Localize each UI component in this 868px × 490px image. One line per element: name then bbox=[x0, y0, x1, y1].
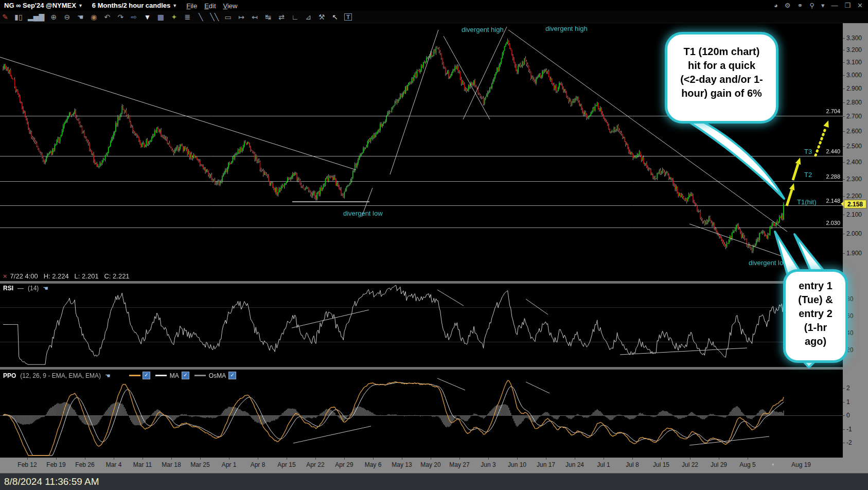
ohlc-text: 7/22 4:00 H: 2.224 L: 2.201 C: 2.221 bbox=[10, 272, 130, 280]
menu-edit[interactable]: Edit bbox=[204, 2, 216, 10]
pointer-tool-icon[interactable]: ↖ bbox=[331, 11, 339, 23]
redo-icon[interactable]: ↷ bbox=[116, 11, 125, 23]
price-axis-tick: 2.700 bbox=[846, 113, 862, 120]
legend-checkbox[interactable]: ✓ bbox=[182, 372, 189, 379]
callout-line: entry 1 bbox=[786, 279, 845, 293]
trading-app-window: NG ∞ Sep'24 @NYMEX ▼ 6 Months/2 hour can… bbox=[0, 0, 868, 490]
trendline-tool-icon[interactable]: ╲ bbox=[197, 11, 205, 23]
paint-tool-icon[interactable]: ✦ bbox=[170, 11, 178, 23]
target-t1-label: T1(hit) bbox=[797, 198, 817, 206]
price-axis-tick: 2.100 bbox=[846, 211, 862, 218]
minimize-icon[interactable]: — bbox=[831, 2, 838, 9]
callout-line: T1 (120m chart) bbox=[667, 45, 776, 59]
text-tool-icon[interactable]: T bbox=[344, 13, 352, 21]
link-icon[interactable]: ⚭ bbox=[797, 2, 803, 9]
pin-icon[interactable]: ⚲ bbox=[809, 2, 814, 9]
price-axis-tick: 2.500 bbox=[846, 143, 862, 150]
price-level-label: 2.030 bbox=[826, 220, 840, 226]
ppo-axis-tick: -1 bbox=[846, 426, 852, 433]
pane-splitter[interactable] bbox=[0, 367, 843, 370]
close-icon[interactable]: × bbox=[3, 272, 7, 280]
rsi-line-sample: — bbox=[17, 285, 24, 292]
candlestick-style-icon[interactable]: ▮▯ bbox=[14, 11, 23, 23]
triangle-down-icon[interactable]: ▼ bbox=[143, 11, 151, 23]
tools-wrench-icon[interactable]: ⚒ bbox=[317, 11, 326, 23]
ppo-axis-tick: 0 bbox=[846, 412, 850, 419]
menu-bar: NG ∞ Sep'24 @NYMEX ▼ 6 Months/2 hour can… bbox=[0, 0, 868, 11]
time-axis-tick-mark bbox=[229, 458, 229, 460]
chat-history-icon[interactable]: ◕ bbox=[774, 2, 778, 9]
pin-caret-icon[interactable]: ▾ bbox=[821, 2, 825, 9]
pencil-tool-icon[interactable]: ✎ bbox=[1, 11, 9, 23]
axis-tick-mark bbox=[843, 429, 845, 430]
volume-bars-icon[interactable]: ▂▅▇ bbox=[28, 11, 44, 23]
ppo-indicator-canvas[interactable] bbox=[0, 370, 843, 458]
settings-gear-icon[interactable]: ⚙ bbox=[785, 2, 791, 9]
time-axis-tick-mark bbox=[546, 458, 546, 460]
price-axis-tick: 2.200 bbox=[846, 192, 862, 200]
callout-line: hit for a quick bbox=[667, 59, 776, 73]
shift-bars-right-icon[interactable]: ↦ bbox=[237, 11, 245, 23]
time-axis-label-future: Aug 19 bbox=[783, 461, 819, 468]
legend-checkbox[interactable]: ✓ bbox=[143, 372, 150, 379]
time-axis-tick-mark bbox=[488, 458, 489, 460]
legend-line-sample bbox=[155, 375, 167, 376]
time-axis-tick-mark bbox=[287, 458, 287, 460]
maximize-icon[interactable]: ❒ bbox=[844, 2, 851, 9]
status-bar: 8/8/2024 11:36:59 AM bbox=[0, 473, 868, 490]
ppo-pane-header: PPO (12, 26, 9 - EMA, EMA, EMA) ☚ ✓MA✓Os… bbox=[3, 372, 241, 379]
expand-bars-icon[interactable]: ↹ bbox=[264, 11, 272, 23]
crosshair-target-icon[interactable]: ◉ bbox=[90, 11, 98, 23]
timeframe-selector[interactable]: 6 Months/2 hour candles ▼ bbox=[92, 2, 177, 9]
instrument-label: NG ∞ Sep'24 @NYMEX bbox=[4, 2, 76, 9]
axis-tick-mark bbox=[843, 89, 845, 89]
pan-hand-icon[interactable]: ☚ bbox=[76, 11, 84, 23]
time-axis-tick-mark bbox=[517, 458, 518, 460]
time-axis[interactable]: Feb 12Feb 19Feb 26Mar 4Mar 11Mar 18Mar 2… bbox=[0, 458, 868, 473]
axis-tick-mark bbox=[843, 146, 845, 147]
parallel-lines-tool-icon[interactable]: ╲╲ bbox=[210, 11, 219, 23]
indicator-list-icon[interactable]: ≣ bbox=[183, 11, 191, 23]
price-axis[interactable]: 3.3003.2003.1003.0002.9002.8002.7002.600… bbox=[843, 23, 868, 458]
compress-bars-icon[interactable]: ⇄ bbox=[277, 11, 286, 23]
pane-splitter[interactable] bbox=[0, 281, 843, 284]
time-axis-tick-mark bbox=[604, 458, 604, 460]
legend-line-sample bbox=[194, 375, 206, 376]
ppo-params: (12, 26, 9 - EMA, EMA, EMA) bbox=[20, 372, 101, 379]
zoom-out-icon[interactable]: ⊖ bbox=[63, 11, 71, 23]
ppo-label: PPO bbox=[3, 372, 16, 379]
divergent-high-label-1: divergent high bbox=[462, 26, 504, 33]
time-axis-tick-mark bbox=[632, 458, 633, 460]
menu-file[interactable]: File bbox=[186, 2, 197, 10]
time-axis-tick-mark bbox=[85, 458, 85, 460]
menu-view[interactable]: View bbox=[223, 2, 238, 10]
menu-items: FileEditView bbox=[186, 1, 244, 10]
rsi-indicator-canvas[interactable] bbox=[0, 284, 843, 367]
time-axis-label: Aug 5 bbox=[730, 461, 766, 468]
chart-template-icon[interactable]: ▦ bbox=[156, 11, 165, 23]
hand-cursor-icon[interactable]: ☚ bbox=[105, 372, 111, 379]
target-t2-label: T2 bbox=[804, 171, 812, 179]
legend-checkbox[interactable]: ✓ bbox=[228, 372, 236, 379]
price-axis-tick: 1.900 bbox=[846, 250, 862, 257]
rectangle-tool-icon[interactable]: ▭ bbox=[224, 11, 232, 23]
ppo-axis-tick: -2 bbox=[846, 439, 852, 446]
axis-tick-mark bbox=[843, 62, 845, 63]
axis-tick-mark bbox=[843, 443, 845, 443]
callout-line: (<2-day and/or 1- bbox=[667, 73, 776, 86]
callout-line: (Tue) & bbox=[786, 293, 845, 307]
angle-tool-2-icon[interactable]: ⊿ bbox=[304, 11, 312, 23]
zoom-in-icon[interactable]: ⊕ bbox=[49, 11, 58, 23]
forward-arrow-icon[interactable]: ⇨ bbox=[130, 11, 138, 23]
time-axis-tick-mark bbox=[459, 458, 460, 460]
instrument-selector[interactable]: NG ∞ Sep'24 @NYMEX ▼ bbox=[4, 2, 83, 9]
angle-tool-icon[interactable]: ∟ bbox=[291, 11, 299, 23]
undo-icon[interactable]: ↶ bbox=[103, 11, 111, 23]
close-icon[interactable]: ✕ bbox=[857, 2, 863, 9]
price-axis-tick: 2.000 bbox=[846, 230, 862, 237]
hand-cursor-icon[interactable]: ☚ bbox=[43, 285, 48, 292]
shift-bars-left-icon[interactable]: ↤ bbox=[251, 11, 259, 23]
time-axis-tick-mark bbox=[402, 458, 402, 460]
time-axis-tick-mark bbox=[575, 458, 575, 460]
callout-line: hour) gain of 6% bbox=[667, 86, 776, 100]
